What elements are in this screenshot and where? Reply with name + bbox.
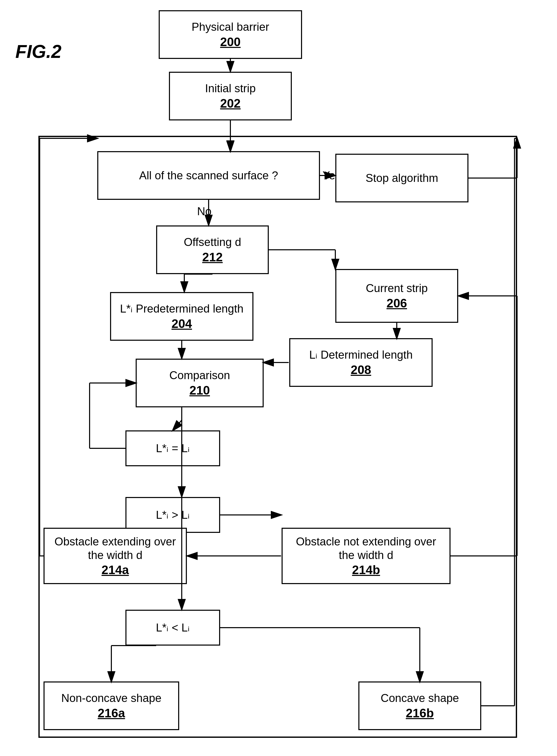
non-concave-box: Non-concave shape 216a <box>43 681 179 730</box>
current-strip-box: Current strip 206 <box>335 269 458 323</box>
l-lt-title: L*ᵢ < Lᵢ <box>156 621 190 635</box>
obstacle-not-extending-title: Obstacle not extending over the width d <box>288 535 444 562</box>
determined-length-title: Lᵢ Determined length <box>309 348 413 362</box>
stop-algorithm-box: Stop algorithm <box>335 154 468 202</box>
no-label: No <box>197 205 211 218</box>
scanned-surface-title: All of the scanned surface ? <box>139 169 278 183</box>
concave-title: Concave shape <box>381 692 459 705</box>
comparison-number: 210 <box>189 383 210 397</box>
comparison-title: Comparison <box>169 369 230 382</box>
offsetting-number: 212 <box>202 250 223 264</box>
physical-barrier-box: Physical barrier 200 <box>159 10 302 59</box>
physical-barrier-number: 200 <box>220 35 241 49</box>
fig-label: FIG.2 <box>16 41 61 62</box>
current-strip-title: Current strip <box>366 282 428 295</box>
l-gt-title: L*ᵢ > Lᵢ <box>156 508 190 522</box>
comparison-box: Comparison 210 <box>136 359 264 407</box>
outer-loop-border <box>38 136 517 738</box>
obstacle-extending-title: Obstacle extending over the width d <box>50 535 181 562</box>
obstacle-extending-box: Obstacle extending over the width d 214a <box>43 528 187 584</box>
l-eq-box: L*ᵢ = Lᵢ <box>125 430 220 466</box>
predetermined-length-number: 204 <box>172 317 192 331</box>
determined-length-box: Lᵢ Determined length 208 <box>289 338 433 387</box>
current-strip-number: 206 <box>386 296 407 310</box>
l-eq-title: L*ᵢ = Lᵢ <box>156 442 190 455</box>
non-concave-title: Non-concave shape <box>61 692 161 705</box>
predetermined-length-title: L*ᵢ Predetermined length <box>120 302 244 316</box>
offsetting-box: Offsetting d 212 <box>156 225 269 274</box>
scanned-surface-box: All of the scanned surface ? <box>97 151 320 200</box>
offsetting-title: Offsetting d <box>184 235 241 249</box>
initial-strip-box: Initial strip 202 <box>169 72 292 120</box>
initial-strip-title: Initial strip <box>205 82 256 95</box>
initial-strip-number: 202 <box>220 96 241 110</box>
l-gt-box: L*ᵢ > Lᵢ <box>125 497 220 533</box>
physical-barrier-title: Physical barrier <box>192 20 269 34</box>
obstacle-not-extending-box: Obstacle not extending over the width d … <box>282 528 450 584</box>
obstacle-extending-number: 214a <box>101 563 129 577</box>
non-concave-number: 216a <box>98 706 125 720</box>
concave-box: Concave shape 216b <box>358 681 481 730</box>
l-lt-box: L*ᵢ < Lᵢ <box>125 610 220 646</box>
concave-number: 216b <box>406 706 434 720</box>
determined-length-number: 208 <box>351 363 371 377</box>
obstacle-not-extending-number: 214b <box>352 563 380 577</box>
stop-algorithm-title: Stop algorithm <box>365 171 438 185</box>
predetermined-length-box: L*ᵢ Predetermined length 204 <box>110 292 254 341</box>
